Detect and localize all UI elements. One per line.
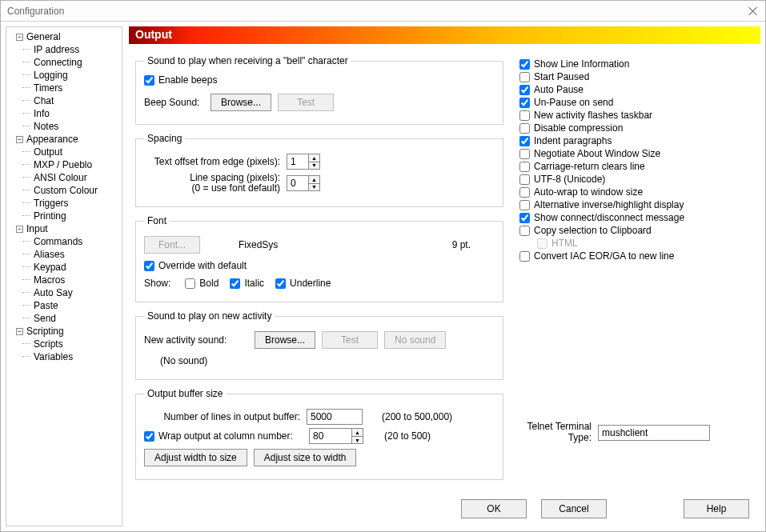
- close-icon[interactable]: [748, 6, 759, 17]
- lbl-text-offset: Text offset from edge (pixels):: [144, 156, 280, 167]
- lbl-opt: Show Line Information: [534, 58, 629, 70]
- tree-item-custom-colour[interactable]: Custom Colour: [14, 184, 122, 197]
- tree-item-paste[interactable]: Paste: [14, 299, 122, 312]
- tree-item-autosay[interactable]: Auto Say: [14, 286, 122, 299]
- chk-copy-clipboard[interactable]: [519, 226, 530, 236]
- tree-item-output[interactable]: Output: [14, 146, 122, 158]
- titlebar: Configuration: [1, 1, 765, 22]
- config-window: Configuration −General IP address Connec…: [0, 0, 766, 532]
- chk-show-line-info[interactable]: [519, 59, 530, 70]
- chk-autowrap[interactable]: [519, 187, 530, 198]
- lbl-opt: Convert IAC EOR/GA to new line: [534, 250, 674, 262]
- chk-enable-beeps[interactable]: [144, 75, 154, 86]
- tree-item-commands[interactable]: Commands: [14, 235, 122, 248]
- btn-adjust-s2w[interactable]: Adjust size to width: [254, 449, 357, 466]
- btn-beep-browse[interactable]: Browse...: [211, 94, 271, 111]
- tree-item-notes[interactable]: Notes: [14, 120, 122, 133]
- tree-item-chat[interactable]: Chat: [14, 94, 122, 107]
- btn-font[interactable]: Font...: [144, 236, 200, 254]
- lbl-italic: Italic: [244, 278, 264, 289]
- collapse-icon[interactable]: −: [16, 34, 23, 41]
- tree-item-info[interactable]: Info: [14, 107, 122, 120]
- collapse-icon[interactable]: −: [16, 226, 23, 233]
- lbl-wrap: Wrap output at column number:: [158, 430, 303, 442]
- chk-html[interactable]: [537, 238, 547, 249]
- tree-item-macros[interactable]: Macros: [14, 274, 122, 286]
- chk-naws[interactable]: [519, 149, 530, 159]
- tree-item-connecting[interactable]: Connecting: [14, 56, 122, 69]
- lbl-font-name: FixedSys: [239, 239, 278, 250]
- collapse-icon[interactable]: −: [16, 136, 23, 143]
- tree-input[interactable]: −Input: [14, 222, 122, 235]
- tree-general[interactable]: −General: [14, 30, 122, 43]
- chk-start-paused[interactable]: [519, 72, 530, 82]
- group-spacing: Spacing Text offset from edge (pixels): …: [135, 133, 503, 207]
- window-title: Configuration: [7, 6, 748, 17]
- lbl-current-sound: (No sound): [160, 355, 207, 366]
- tree-item-printing[interactable]: Printing: [14, 210, 122, 222]
- chk-override-default[interactable]: [144, 261, 154, 271]
- input-telnet-type[interactable]: [598, 425, 710, 441]
- lbl-opt: Un-Pause on send: [534, 97, 613, 108]
- input-text-offset[interactable]: [287, 154, 309, 170]
- btn-activity-nosound[interactable]: No sound: [384, 331, 446, 349]
- spinner-icon[interactable]: ▲▼: [352, 428, 363, 444]
- group-buffer: Output buffer size Number of lines in ou…: [135, 388, 503, 480]
- btn-adjust-w2s[interactable]: Adjust width to size: [144, 449, 247, 466]
- btn-activity-test[interactable]: Test: [322, 331, 378, 349]
- chk-bold[interactable]: [185, 278, 195, 289]
- lbl-line-spacing-hint: (0 = use font default): [192, 182, 280, 194]
- group-font: Font Font... FixedSys 9 pt. Override wit…: [135, 215, 503, 302]
- chk-cr-clears[interactable]: [519, 162, 530, 172]
- input-line-spacing[interactable]: [287, 175, 309, 191]
- btn-cancel[interactable]: Cancel: [541, 499, 607, 518]
- chk-utf8[interactable]: [519, 174, 530, 185]
- tree-item-ansi[interactable]: ANSI Colour: [14, 171, 122, 184]
- chk-wrap[interactable]: [144, 431, 154, 442]
- tree-item-triggers[interactable]: Triggers: [14, 197, 122, 210]
- btn-help[interactable]: Help: [684, 499, 749, 518]
- lbl-line-spacing: Line spacing (pixels):: [190, 172, 280, 183]
- lbl-wrap-range: (20 to 500): [384, 430, 431, 442]
- tree-item-mxp[interactable]: MXP / Pueblo: [14, 158, 122, 171]
- chk-underline[interactable]: [275, 278, 286, 289]
- group-bell: Sound to play when receiving a "bell" ch…: [135, 55, 503, 125]
- tree-item-variables[interactable]: Variables: [14, 350, 122, 363]
- lbl-opt: Indent paragraphs: [534, 135, 612, 146]
- btn-beep-test[interactable]: Test: [278, 94, 334, 111]
- chk-auto-pause[interactable]: [519, 85, 530, 95]
- input-wrap-col[interactable]: [309, 428, 352, 444]
- chk-alt-inverse[interactable]: [519, 200, 530, 210]
- chk-indent-paragraphs[interactable]: [519, 136, 530, 146]
- spinner-icon[interactable]: ▲▼: [309, 154, 320, 170]
- tree-appearance[interactable]: −Appearance: [14, 133, 122, 146]
- lbl-new-activity-sound: New activity sound:: [144, 334, 248, 346]
- legend-bell: Sound to play when receiving a "bell" ch…: [144, 55, 351, 66]
- chk-convert-eor[interactable]: [519, 251, 530, 262]
- tree-item-scripts[interactable]: Scripts: [14, 338, 122, 350]
- collapse-icon[interactable]: −: [16, 328, 23, 335]
- lbl-opt: Auto-wrap to window size: [534, 186, 643, 198]
- spinner-icon[interactable]: ▲▼: [309, 175, 320, 191]
- tree-item-ipaddress[interactable]: IP address: [14, 43, 122, 56]
- lbl-opt: Disable compression: [534, 122, 623, 134]
- tree-item-send[interactable]: Send: [14, 312, 122, 325]
- btn-ok[interactable]: OK: [461, 499, 527, 518]
- tree-scripting[interactable]: −Scripting: [14, 325, 122, 338]
- group-new-activity: Sound to play on new activity New activi…: [135, 310, 503, 380]
- tree-item-aliases[interactable]: Aliases: [14, 248, 122, 261]
- chk-flash-taskbar[interactable]: [519, 110, 530, 121]
- input-buffer-lines[interactable]: [307, 409, 363, 425]
- legend-new-activity: Sound to play on new activity: [144, 310, 275, 322]
- tree-item-keypad[interactable]: Keypad: [14, 261, 122, 274]
- lbl-lines-range: (200 to 500,000): [382, 411, 452, 422]
- btn-activity-browse[interactable]: Browse...: [255, 331, 315, 349]
- chk-italic[interactable]: [230, 278, 240, 289]
- chk-disable-compression[interactable]: [519, 123, 530, 134]
- tree-item-logging[interactable]: Logging: [14, 69, 122, 82]
- chk-show-connect-msg[interactable]: [519, 213, 530, 223]
- lbl-override-default: Override with default: [158, 260, 247, 271]
- tree-item-timers[interactable]: Timers: [14, 82, 122, 94]
- lbl-opt: UTF-8 (Unicode): [534, 174, 605, 185]
- chk-unpause-on-send[interactable]: [519, 98, 530, 108]
